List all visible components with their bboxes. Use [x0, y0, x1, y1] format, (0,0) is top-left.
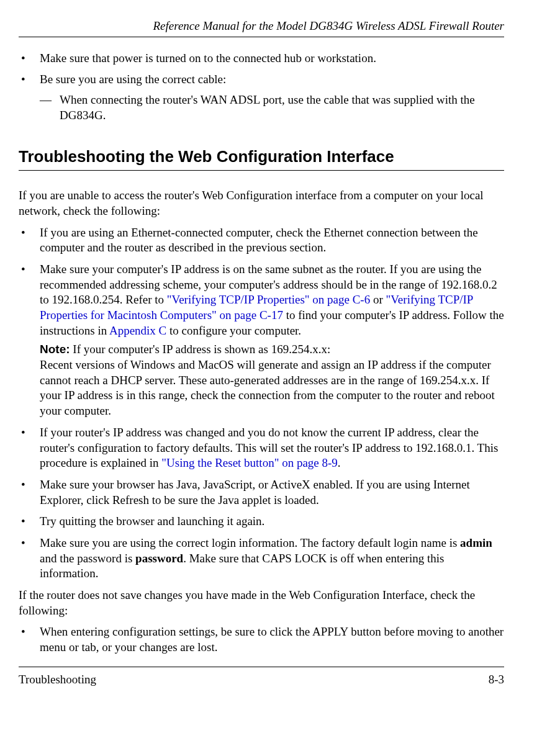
dash-icon: —: [40, 92, 60, 123]
list-item-text: Try quitting the browser and launching i…: [40, 514, 504, 529]
running-header: Reference Manual for the Model DG834G Wi…: [19, 19, 504, 37]
bullet-icon: •: [19, 262, 40, 419]
dash-list: — When connecting the router's WAN ADSL …: [40, 92, 504, 123]
second-bullet-list: • When entering configuration settings, …: [19, 624, 504, 655]
list-item: • If you are using an Ethernet-connected…: [19, 225, 504, 256]
list-item-text: Be sure you are using the correct cable:…: [40, 72, 504, 128]
section-rule: [19, 170, 504, 171]
list-item-text: Make sure your computer's IP address is …: [40, 262, 504, 419]
list-item: • Make sure your browser has Java, JavaS…: [19, 477, 504, 508]
list-item-text: Make sure your browser has Java, JavaScr…: [40, 477, 504, 508]
bullet-icon: •: [19, 536, 40, 582]
top-bullet-list: • Make sure that power is turned on to t…: [19, 51, 504, 128]
text-fragment: or: [370, 293, 386, 306]
section-heading: Troubleshooting the Web Configuration In…: [19, 146, 504, 168]
link-reset-button[interactable]: "Using the Reset button" on page 8-9: [161, 456, 338, 469]
login-name: admin: [460, 536, 492, 549]
intro-paragraph: If you are unable to access the router's…: [19, 188, 504, 218]
list-item-text: Make sure you are using the correct logi…: [40, 536, 504, 582]
list-item-text: When entering configuration settings, be…: [40, 624, 504, 655]
bullet-icon: •: [19, 425, 40, 471]
note-label: Note:: [40, 343, 70, 356]
footer-page-number: 8-3: [489, 672, 504, 688]
link-verifying-tcpip[interactable]: "Verifying TCP/IP Properties" on page C-…: [167, 293, 370, 306]
bullet-icon: •: [19, 477, 40, 508]
bullet-icon: •: [19, 514, 40, 529]
main-bullet-list: • If you are using an Ethernet-connected…: [19, 225, 504, 582]
bullet-icon: •: [19, 225, 40, 256]
text-fragment: Make sure you are using the correct logi…: [40, 536, 460, 549]
list-item-text: If you are using an Ethernet-connected c…: [40, 225, 504, 256]
list-item: • Make sure that power is turned on to t…: [19, 51, 504, 66]
list-item-text: Make sure that power is turned on to the…: [40, 51, 504, 66]
bullet-icon: •: [19, 51, 40, 66]
list-item-text: When connecting the router's WAN ADSL po…: [60, 92, 504, 123]
list-item-text: If your router's IP address was changed …: [40, 425, 504, 471]
bullet-icon: •: [19, 72, 40, 128]
bullet-icon: •: [19, 624, 40, 655]
list-item-label: Be sure you are using the correct cable:: [40, 73, 226, 86]
intro-paragraph-2: If the router does not save changes you …: [19, 588, 504, 618]
link-appendix-c[interactable]: Appendix C: [109, 324, 166, 337]
text-fragment: and the password is: [40, 552, 135, 565]
list-item: • When entering configuration settings, …: [19, 624, 504, 655]
text-fragment: .: [338, 456, 341, 469]
note-body: Recent versions of Windows and MacOS wil…: [40, 358, 495, 417]
text-fragment: If your computer's IP address is shown a…: [70, 343, 331, 356]
page-footer: Troubleshooting 8-3: [19, 667, 504, 688]
password: password: [135, 552, 183, 565]
list-item: — When connecting the router's WAN ADSL …: [40, 92, 504, 123]
list-item: • Make sure your computer's IP address i…: [19, 262, 504, 419]
note-block: Note: If your computer's IP address is s…: [40, 342, 504, 418]
list-item: • Try quitting the browser and launching…: [19, 514, 504, 529]
list-item: • If your router's IP address was change…: [19, 425, 504, 471]
footer-left: Troubleshooting: [19, 672, 96, 688]
text-fragment: to configure your computer.: [166, 324, 301, 337]
list-item: • Make sure you are using the correct lo…: [19, 536, 504, 582]
list-item: • Be sure you are using the correct cabl…: [19, 72, 504, 128]
